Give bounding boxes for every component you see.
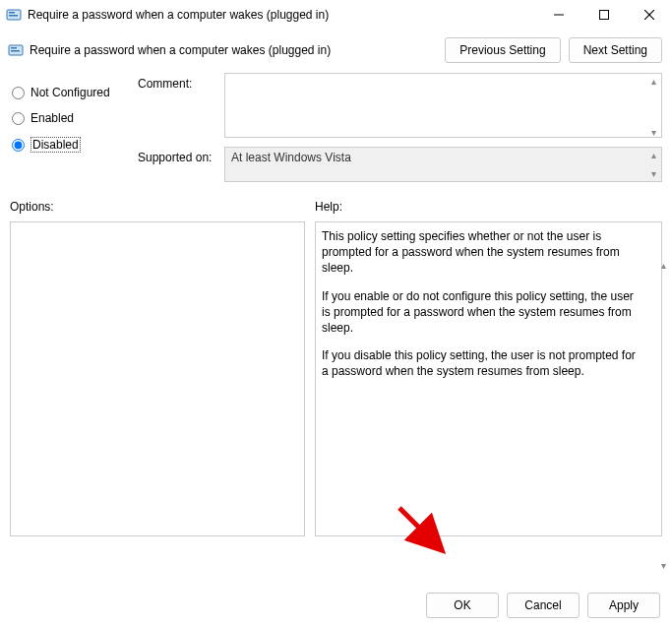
supported-on-label: Supported on: [138,147,224,164]
comment-label: Comment: [138,73,224,91]
radio-label: Enabled [31,111,74,125]
titlebar: Require a password when a computer wakes… [0,0,672,30]
svg-rect-4 [600,11,609,20]
help-text: If you enable or do not configure this p… [322,288,641,337]
scroll-up-icon[interactable]: ▴ [656,258,671,273]
supported-on-value: At least Windows Vista [224,147,662,182]
state-radio-group: Not Configured Enabled Disabled [10,73,128,188]
radio-input-not-configured[interactable] [12,87,25,99]
svg-rect-2 [9,15,18,17]
scroll-down-icon[interactable]: ▾ [646,166,661,181]
apply-button[interactable]: Apply [587,593,660,618]
options-panel [10,221,305,536]
scroll-down-icon[interactable]: ▾ [656,558,671,573]
help-panel: This policy setting specifies whether or… [315,221,662,536]
radio-not-configured[interactable]: Not Configured [10,83,128,102]
help-label: Help: [315,200,662,214]
radio-input-enabled[interactable] [12,112,25,125]
dialog-footer: OK Cancel Apply [426,593,660,618]
help-text: This policy setting specifies whether or… [322,228,641,277]
maximize-button[interactable] [581,0,627,30]
radio-enabled[interactable]: Enabled [10,108,128,128]
comment-textarea[interactable] [224,73,662,138]
svg-rect-8 [11,47,17,49]
vertical-scrollbar[interactable]: ▴ ▾ [656,258,672,573]
scroll-up-icon[interactable]: ▴ [646,148,661,162]
options-label: Options: [10,200,305,214]
toolbar: Require a password when a computer wakes… [0,30,672,69]
cancel-button[interactable]: Cancel [507,593,580,618]
policy-title: Require a password when a computer wakes… [30,43,331,57]
policy-icon [8,42,24,58]
ok-button[interactable]: OK [426,593,499,618]
radio-disabled[interactable]: Disabled [10,134,128,156]
radio-label: Disabled [31,137,81,153]
window-title: Require a password when a computer wakes… [28,8,536,22]
next-setting-button[interactable]: Next Setting [569,37,662,63]
help-text: If you disable this policy setting, the … [322,347,641,379]
radio-input-disabled[interactable] [12,139,25,152]
svg-rect-9 [11,50,20,52]
radio-label: Not Configured [31,86,110,99]
previous-setting-button[interactable]: Previous Setting [445,37,560,63]
minimize-button[interactable] [536,0,581,30]
policy-icon [6,7,22,23]
scroll-up-icon[interactable]: ▴ [646,74,661,89]
svg-rect-1 [9,12,15,14]
scroll-down-icon[interactable]: ▾ [646,125,661,140]
close-button[interactable] [627,0,672,30]
